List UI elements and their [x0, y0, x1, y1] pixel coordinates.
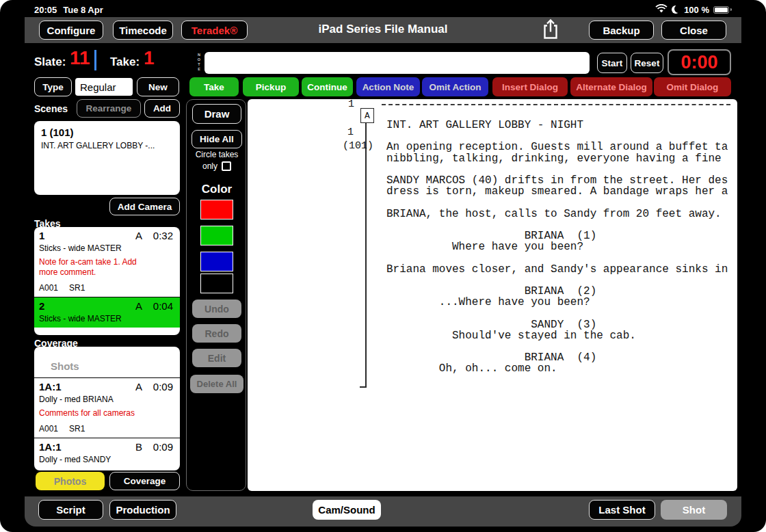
last-shot-button[interactable]: Last Shot: [589, 500, 655, 520]
omit-dialog-button[interactable]: Omit Dialog: [654, 77, 731, 96]
status-right: 100 %: [655, 4, 732, 15]
type-button[interactable]: Type: [34, 77, 72, 96]
camera-roll: A001: [39, 283, 58, 293]
status-date: Tue 8 Apr: [63, 5, 103, 15]
continue-button[interactable]: Continue: [302, 77, 353, 96]
reset-button[interactable]: Reset: [631, 53, 663, 73]
insert-dialog-button[interactable]: Insert Dialog: [492, 77, 568, 96]
script-line: Where have you been?: [386, 241, 728, 252]
omit-action-button[interactable]: Omit Action: [422, 77, 488, 96]
script-line: BRIANA (4): [386, 352, 728, 363]
share-icon[interactable]: [542, 18, 559, 43]
circle-takes-label: Circle takes: [187, 150, 247, 159]
script-line: nibbling, talking, drinking, everyone ha…: [386, 153, 728, 164]
battery-nub: [730, 8, 732, 11]
sound-roll: SR1: [69, 424, 85, 434]
script-line: [386, 275, 728, 286]
moon-icon: [672, 5, 680, 14]
take-number: 2: [39, 300, 44, 312]
color-swatch-red[interactable]: [200, 200, 233, 220]
script-line: [386, 341, 728, 352]
script-text: INT. ART GALLERY LOBBY - NIGHT An openin…: [386, 120, 728, 375]
line-scene-id: (101): [343, 140, 373, 152]
color-swatch-blue[interactable]: [200, 252, 233, 271]
color-swatch-black[interactable]: [200, 274, 233, 293]
script-line: Oh, oh... come on.: [386, 363, 728, 374]
shot-id: 1A:1: [39, 381, 62, 393]
shot-roll-line: A001 SR1: [39, 424, 174, 434]
close-button[interactable]: Close: [661, 21, 726, 40]
script-line: INT. ART GALLERY LOBBY - NIGHT: [386, 120, 728, 131]
take-roll-line: A001 SR1: [39, 283, 174, 293]
shot-row[interactable]: 1A:1 A 0:09 Dolly - med BRIANA Comments …: [34, 377, 180, 438]
take-note: Note for a-cam take 1. Add more comment.: [39, 257, 150, 278]
hide-all-button[interactable]: Hide All: [192, 130, 242, 148]
line-scene-number: 1: [347, 127, 354, 138]
script-line: dress is torn, makeup smeared. A bandage…: [386, 186, 728, 197]
shot-row[interactable]: 1A:1 B 0:09 Dolly - med SANDY: [34, 438, 180, 468]
production-tab-button[interactable]: Production: [109, 500, 176, 520]
timecode-button[interactable]: Timecode: [113, 21, 173, 40]
camera-letter: A: [135, 381, 142, 393]
add-scene-button[interactable]: Add: [144, 99, 180, 118]
script-line: [386, 220, 728, 230]
shot-button[interactable]: Shot: [661, 500, 727, 520]
alternate-dialog-button[interactable]: Alternate Dialog: [570, 77, 652, 96]
slate-value[interactable]: 11: [70, 49, 90, 68]
take-type-input[interactable]: [75, 78, 133, 96]
configure-button[interactable]: Configure: [39, 21, 103, 40]
camera-roll: A001: [39, 424, 58, 434]
add-camera-button[interactable]: Add Camera: [109, 198, 180, 215]
script-line: [386, 252, 728, 263]
battery-percent: 100 %: [684, 5, 709, 15]
script-line: [386, 308, 728, 319]
take-row-head: 1 A 0:32: [39, 230, 174, 242]
take-row-selected[interactable]: 2 A 0:04 Sticks - wide MASTER: [34, 297, 180, 328]
script-line: [386, 197, 728, 208]
note-input[interactable]: [204, 52, 590, 74]
draw-tools-panel: Draw Hide All Circle takes only Color Un…: [186, 99, 246, 491]
new-button[interactable]: New: [137, 77, 179, 96]
wifi-icon: [655, 4, 668, 15]
take-line-marker[interactable]: A: [360, 108, 374, 123]
take-label: Take:: [110, 55, 140, 69]
note-label: NOTE: [197, 53, 201, 73]
status-left: 20:05 Tue 8 Apr: [34, 5, 103, 15]
action-note-button[interactable]: Action Note: [356, 77, 420, 96]
script-page[interactable]: 1 A 1 (101) INT. ART GALLERY LOBBY - NIG…: [248, 99, 737, 491]
photos-button[interactable]: Photos: [36, 472, 105, 490]
shot-description: Dolly - med SANDY: [39, 455, 174, 464]
edit-button[interactable]: Edit: [192, 349, 241, 367]
page-separator: [382, 104, 730, 105]
script-line: An opening reception. Guests mill around…: [386, 142, 728, 152]
camera-letter: A: [135, 300, 142, 312]
circle-takes-checkbox[interactable]: [222, 161, 231, 171]
script-line: BRIANA (2): [386, 286, 728, 297]
color-label: Color: [187, 183, 247, 196]
shot-duration: 0:09: [153, 381, 173, 393]
take-value[interactable]: 1: [144, 49, 155, 68]
pickup-button[interactable]: Pickup: [243, 77, 299, 96]
backup-button[interactable]: Backup: [589, 21, 654, 40]
take-number: 1: [39, 230, 44, 241]
coverage-button[interactable]: Coverage: [109, 472, 180, 490]
camera-letter: A: [135, 230, 142, 241]
script-tab-button[interactable]: Script: [38, 500, 103, 520]
page-scene-number: 1: [348, 98, 354, 110]
delete-all-button[interactable]: Delete All: [190, 375, 243, 393]
cam-sound-button[interactable]: Cam/Sound: [313, 500, 381, 520]
take-duration: 0:32: [153, 230, 173, 241]
teradek-button[interactable]: Teradek®: [181, 21, 248, 40]
undo-button[interactable]: Undo: [192, 300, 241, 318]
scene-list[interactable]: 1 (101) INT. ART GALLERY LOBBY -...: [34, 121, 180, 195]
take-button[interactable]: Take: [189, 77, 239, 96]
rearrange-button[interactable]: Rearrange: [77, 99, 141, 118]
shot-duration: 0:09: [153, 441, 173, 453]
color-swatch-green[interactable]: [200, 226, 233, 245]
start-button[interactable]: Start: [597, 53, 627, 73]
take-line: [365, 123, 367, 388]
draw-button[interactable]: Draw: [192, 104, 241, 124]
take-description: Sticks - wide MASTER: [39, 243, 174, 253]
redo-button[interactable]: Redo: [192, 324, 241, 343]
take-row[interactable]: 1 A 0:32 Sticks - wide MASTER Note for a…: [34, 227, 180, 297]
